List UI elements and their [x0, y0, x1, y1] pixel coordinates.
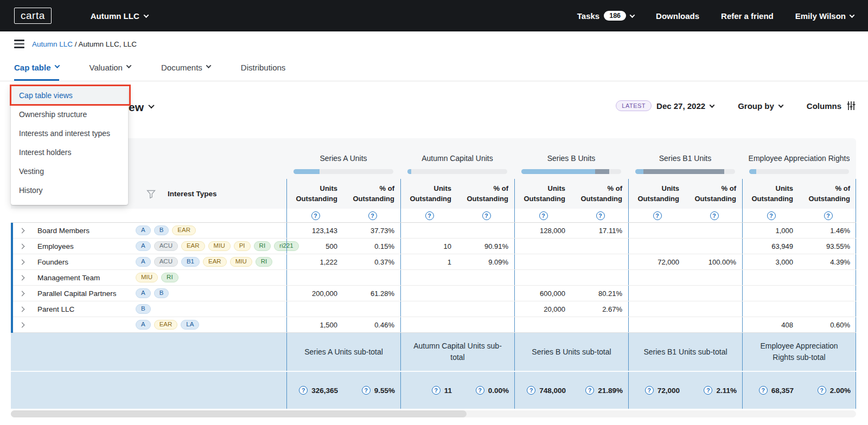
tab-distributions[interactable]: Distributions [241, 56, 286, 81]
chevron-right-icon[interactable] [20, 291, 25, 296]
help-icon[interactable]: ? [425, 211, 434, 220]
units-outstanding-value [515, 317, 572, 332]
help-icon[interactable]: ? [645, 386, 654, 395]
subtotal-units-value: 748,000 [539, 387, 566, 395]
breadcrumb-separator: / [75, 40, 77, 48]
help-icon[interactable]: ? [368, 211, 377, 220]
pct-outstanding-value: 61.28% [344, 286, 401, 301]
pct-outstanding-value [458, 301, 515, 317]
company-name: Autumn LLC [91, 11, 139, 21]
help-icon[interactable]: ? [824, 211, 833, 220]
breadcrumb-parent-link[interactable]: Autumn LLC [32, 40, 73, 48]
subtotal-pct-value-cell: ?21.89% [572, 372, 629, 409]
row-name: Employees [37, 242, 74, 250]
refer-a-friend-link[interactable]: Refer a friend [721, 11, 774, 21]
group-by-selector[interactable]: Group by [738, 101, 783, 111]
horizontal-scrollbar-thumb[interactable] [11, 410, 467, 417]
caret-down-icon [54, 63, 60, 68]
subtotal-pct-value-cell: ?9.55% [344, 372, 401, 409]
subtotal-pct-value-cell: ?2.11% [686, 372, 743, 409]
menu-item-history[interactable]: History [11, 181, 128, 199]
filter-funnel-icon[interactable] [146, 190, 156, 198]
column-group [286, 301, 400, 317]
help-icon[interactable]: ? [653, 211, 662, 220]
company-switcher[interactable]: Autumn LLC [91, 11, 148, 21]
tab-documents[interactable]: Documents [161, 56, 210, 81]
interest-type-badge: RI [161, 273, 178, 283]
help-icon[interactable]: ? [710, 211, 719, 220]
breadcrumb-row: Autumn LLC / Autumn LLC, LLC [0, 31, 868, 56]
help-icon[interactable]: ? [362, 386, 371, 395]
group-header-spacer [136, 138, 286, 179]
column-group [400, 223, 514, 238]
date-selector[interactable]: LATEST Dec 27, 2022 [616, 100, 714, 111]
interest-type-badge: A [136, 257, 151, 267]
units-outstanding-value [515, 239, 572, 254]
help-cell: ? [344, 209, 401, 222]
chevron-right-icon[interactable] [20, 322, 25, 327]
column-group: 1,2220.37% [286, 254, 400, 269]
menu-item-vesting[interactable]: Vesting [11, 162, 128, 181]
menu-item-label: Vesting [19, 167, 44, 176]
chevron-right-icon[interactable] [20, 275, 25, 280]
subtotal-label: Employee Appreciation Rights sub-total [743, 340, 856, 363]
pct-outstanding-value [800, 286, 857, 301]
tab-label: Documents [161, 63, 202, 72]
interest-type-badge: LA [181, 320, 199, 330]
help-icon[interactable]: ? [767, 211, 776, 220]
subtotal-pct-value: 9.55% [374, 387, 395, 395]
hamburger-icon[interactable] [14, 40, 24, 48]
downloads-link[interactable]: Downloads [656, 11, 699, 21]
row-name-cell: Parent LLC [11, 305, 136, 313]
subtotal-units-value: 72,000 [658, 387, 680, 395]
help-icon[interactable]: ? [539, 211, 548, 220]
help-icon[interactable]: ? [482, 211, 491, 220]
tab-valuation[interactable]: Valuation [90, 56, 131, 81]
help-icon[interactable]: ? [432, 386, 441, 395]
progress-segment-blue [749, 169, 756, 174]
column-group: Series B1 Units sub-total [628, 333, 742, 371]
column-group: 63,94993.55% [742, 239, 856, 254]
chevron-right-icon[interactable] [20, 259, 25, 265]
help-icon[interactable]: ? [311, 211, 320, 220]
column-group [742, 301, 856, 317]
pct-outstanding-value: 9.09% [458, 254, 515, 269]
help-icon[interactable]: ? [476, 386, 484, 395]
menu-item-interests-and-interest-types[interactable]: Interests and interest types [11, 124, 128, 143]
help-icon[interactable]: ? [299, 386, 308, 395]
help-icon[interactable]: ? [527, 386, 535, 395]
totals-spacer [11, 372, 136, 409]
help-icon[interactable]: ? [759, 386, 768, 395]
help-icon[interactable]: ? [585, 386, 594, 395]
menu-item-cap-table-views[interactable]: Cap table views [11, 86, 128, 105]
breadcrumb: Autumn LLC / Autumn LLC, LLC [32, 40, 137, 48]
tasks-menu[interactable]: Tasks 186 [577, 11, 634, 21]
help-icon[interactable]: ? [596, 211, 605, 220]
caret-down-icon [206, 63, 211, 68]
subtotal-pct-value: 2.11% [716, 387, 737, 395]
pct-outstanding-header: % of Outstanding [572, 179, 629, 209]
column-group: 5000.15% [286, 239, 400, 254]
chevron-right-icon[interactable] [20, 243, 25, 249]
user-menu[interactable]: Emily Wilson [795, 11, 854, 21]
subtotal-label: Autumn Capital Units sub-total [401, 340, 514, 363]
pct-outstanding-header-text: % of Outstanding [350, 184, 394, 204]
units-outstanding-value [629, 239, 686, 254]
column-group [400, 270, 514, 285]
menu-item-interest-holders[interactable]: Interest holders [11, 143, 128, 162]
chevron-right-icon[interactable] [20, 228, 25, 233]
help-cell: ? [800, 209, 857, 222]
carta-logo[interactable]: carta [14, 8, 52, 24]
subtotal-spacer [11, 333, 136, 371]
columns-button[interactable]: Columns [807, 101, 856, 111]
column-group: 4080.60% [742, 317, 856, 332]
page-title-partial[interactable]: ew [129, 101, 154, 114]
help-icon[interactable]: ? [704, 386, 712, 395]
menu-item-ownership-structure[interactable]: Ownership structure [11, 105, 128, 124]
tab-cap-table[interactable]: Cap table [14, 56, 59, 81]
chevron-right-icon[interactable] [20, 306, 25, 312]
help-icon[interactable]: ? [818, 386, 826, 395]
units-outstanding-value [287, 270, 344, 285]
pct-outstanding-value [458, 317, 515, 332]
units-outstanding-value: 63,949 [743, 239, 800, 254]
